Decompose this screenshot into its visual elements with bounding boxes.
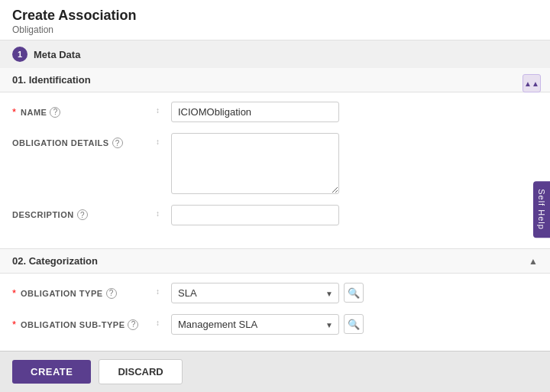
name-label-col: * NAME ? bbox=[12, 102, 150, 118]
section-categorization: 02. Categorization ▲ * OBLIGATION TYPE ?… bbox=[0, 249, 550, 351]
description-input[interactable] bbox=[171, 205, 339, 225]
section-identification-header: 01. Identification ▲ bbox=[0, 68, 550, 92]
obligation-type-required-star: * bbox=[12, 287, 16, 299]
description-label-col: DESCRIPTION ? bbox=[12, 205, 150, 220]
obligation-subtype-select[interactable]: Management SLA Other bbox=[171, 314, 339, 335]
section-categorization-collapse[interactable]: ▲ bbox=[529, 256, 538, 267]
obligation-type-select-wrapper: SLA Other ▼ bbox=[171, 283, 339, 303]
section-identification-body: * NAME ? ↕ OBLIGATION DETAILS ? bbox=[0, 92, 550, 248]
obligation-type-input-col: SLA Other ▼ 🔍 bbox=[171, 283, 538, 303]
main-content: ▲▲ 01. Identification ▲ * NAME ? bbox=[0, 68, 550, 351]
obligation-subtype-label-col: * OBLIGATION SUB-TYPE ? bbox=[12, 314, 150, 330]
obligation-details-textarea[interactable] bbox=[171, 133, 339, 194]
obligation-type-label-col: * OBLIGATION TYPE ? bbox=[12, 283, 150, 299]
obligation-subtype-indicator: ↕ bbox=[156, 314, 165, 327]
name-indicator: ↕ bbox=[156, 102, 165, 115]
description-help-icon[interactable]: ? bbox=[77, 209, 88, 220]
content-wrapper: ▲▲ 01. Identification ▲ * NAME ? bbox=[0, 68, 550, 351]
obligation-type-search-button[interactable]: 🔍 bbox=[344, 283, 364, 303]
obligation-type-field-row: * OBLIGATION TYPE ? ↕ SLA Other ▼ bbox=[12, 283, 538, 303]
description-indicator: ↕ bbox=[156, 205, 165, 218]
obligation-type-help-icon[interactable]: ? bbox=[106, 288, 117, 299]
discard-button[interactable]: DISCARD bbox=[99, 359, 182, 384]
obligation-details-indicator: ↕ bbox=[156, 133, 165, 146]
obligation-details-label: OBLIGATION DETAILS bbox=[12, 138, 109, 147]
obligation-type-label: OBLIGATION TYPE bbox=[21, 289, 103, 298]
page-subtitle: Obligation bbox=[12, 24, 538, 35]
step-header: 1 Meta Data bbox=[0, 40, 550, 68]
obligation-details-input-col bbox=[171, 133, 538, 194]
name-input[interactable] bbox=[171, 102, 339, 122]
section-identification-title: 01. Identification bbox=[12, 74, 91, 86]
name-input-col bbox=[171, 102, 538, 122]
section-categorization-body: * OBLIGATION TYPE ? ↕ SLA Other ▼ bbox=[0, 274, 550, 351]
obligation-details-field-row: OBLIGATION DETAILS ? ↕ bbox=[12, 133, 538, 194]
obligation-details-label-col: OBLIGATION DETAILS ? bbox=[12, 133, 150, 148]
description-field-row: DESCRIPTION ? ↕ bbox=[12, 205, 538, 225]
name-label: NAME bbox=[21, 108, 47, 117]
obligation-subtype-required-star: * bbox=[12, 319, 16, 330]
page-header: Create Association Obligation bbox=[0, 0, 550, 40]
obligation-subtype-label: OBLIGATION SUB-TYPE bbox=[21, 320, 125, 329]
name-help-icon[interactable]: ? bbox=[50, 107, 60, 118]
obligation-subtype-field-row: * OBLIGATION SUB-TYPE ? ↕ Management SLA… bbox=[12, 314, 538, 335]
step-badge: 1 bbox=[12, 47, 28, 62]
collapse-all-button[interactable]: ▲▲ bbox=[522, 74, 541, 92]
obligation-subtype-help-icon[interactable]: ? bbox=[128, 319, 138, 330]
obligation-subtype-select-wrapper: Management SLA Other ▼ bbox=[171, 314, 339, 335]
description-input-col bbox=[171, 205, 538, 225]
section-categorization-header: 02. Categorization ▲ bbox=[0, 249, 550, 274]
obligation-details-help-icon[interactable]: ? bbox=[112, 138, 123, 148]
name-field-row: * NAME ? ↕ bbox=[12, 102, 538, 122]
create-button[interactable]: CREATE bbox=[12, 360, 91, 384]
page-title: Create Association bbox=[12, 8, 538, 24]
obligation-subtype-search-button[interactable]: 🔍 bbox=[344, 314, 364, 334]
section-categorization-title: 02. Categorization bbox=[12, 255, 98, 267]
obligation-subtype-input-col: Management SLA Other ▼ 🔍 bbox=[171, 314, 538, 335]
name-required-star: * bbox=[12, 106, 16, 118]
step-label: Meta Data bbox=[34, 49, 80, 60]
self-help-tab[interactable]: Self Help bbox=[533, 181, 550, 238]
footer: CREATE DISCARD bbox=[0, 351, 550, 392]
page-container: Create Association Obligation 1 Meta Dat… bbox=[0, 0, 550, 392]
section-identification: 01. Identification ▲ * NAME ? ↕ bbox=[0, 68, 550, 249]
obligation-type-select[interactable]: SLA Other bbox=[171, 283, 339, 303]
obligation-type-indicator: ↕ bbox=[156, 283, 165, 296]
description-label: DESCRIPTION bbox=[12, 210, 74, 219]
